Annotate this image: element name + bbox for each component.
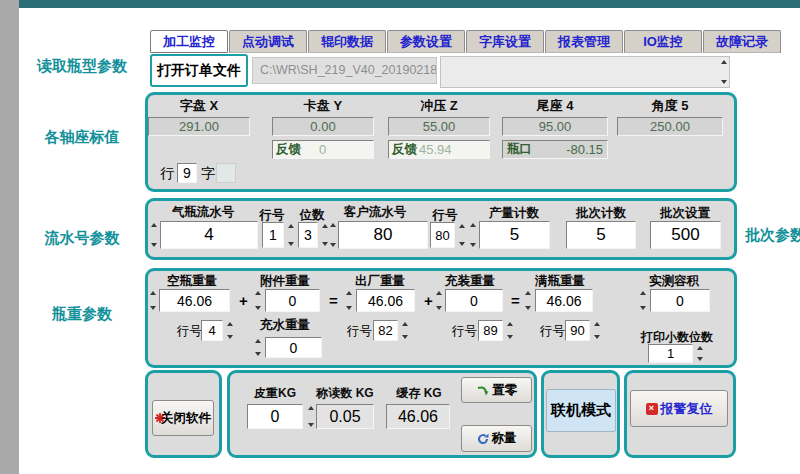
customer-serial-field[interactable]: 80	[338, 221, 428, 249]
output-count-label: 产量计数	[482, 205, 546, 222]
full-row-field[interactable]: 90	[565, 320, 590, 341]
print-decimals-field[interactable]: 1	[648, 344, 693, 363]
tab-jog-debug[interactable]: 点动调试	[229, 30, 307, 53]
bottle-mouth-readout: 瓶口 -80.15	[502, 140, 608, 159]
label-batch-params: 批次参数	[745, 226, 800, 245]
full-weight-label: 满瓶重量	[518, 273, 602, 290]
attachment-weight-label: 附件重量	[243, 273, 327, 290]
axis-y-feedback: 反馈 0	[272, 140, 374, 159]
batch-count-field[interactable]: 5	[566, 221, 636, 249]
measured-volume-field[interactable]: 0	[650, 289, 710, 312]
tab-bar: 加工监控 点动调试 辊印数据 参数设置 字库设置 报表管理 IO监控 故障记录	[150, 30, 781, 53]
output-count-field[interactable]: 5	[479, 221, 550, 249]
label-read-bottle-params: 读取瓶型参数	[20, 57, 144, 76]
attachment-weight-field[interactable]: 0	[265, 289, 320, 312]
scale-reading-field: 0.05	[316, 404, 374, 429]
textarea-scroll-down-icon[interactable]	[719, 78, 728, 86]
row2-field[interactable]: 80	[430, 222, 455, 248]
water-weight-field[interactable]: 0	[265, 337, 322, 358]
row1-spinner[interactable]	[286, 222, 295, 248]
tab-io-monitor[interactable]: IO监控	[624, 30, 702, 53]
fill-weight-spinner[interactable]	[434, 289, 443, 312]
axis-y-value: 0.00	[272, 117, 374, 136]
empty-weight-field[interactable]: 46.06	[159, 289, 230, 312]
output-count-spinner[interactable]	[468, 221, 477, 249]
measured-volume-spinner[interactable]	[638, 289, 647, 312]
full-row-spinner[interactable]	[592, 320, 601, 341]
tare-spinner[interactable]	[306, 404, 315, 429]
batch-set-field[interactable]: 500	[650, 221, 721, 249]
factory-row-spinner[interactable]	[400, 320, 409, 341]
axis-tailstock-header: 尾座 4	[502, 97, 608, 115]
full-weight-field[interactable]: 46.06	[535, 289, 593, 312]
full-row-label: 行号	[540, 323, 565, 340]
top-teal-bar	[19, 0, 800, 8]
empty-weight-spinner[interactable]	[148, 289, 157, 312]
full-weight-spinner[interactable]	[523, 289, 532, 312]
order-file-path: C:\WR\SH_219_V40_20190218	[252, 57, 437, 84]
bottle-mouth-value: -80.15	[566, 142, 603, 157]
cache-label: 缓存 KG	[388, 385, 450, 402]
row1-field[interactable]: 1	[262, 222, 284, 248]
feedback-label: 反馈	[276, 141, 301, 158]
digits-field[interactable]: 3	[298, 222, 318, 248]
weigh-label: 称量	[492, 430, 517, 447]
tab-report-management[interactable]: 报表管理	[545, 30, 623, 53]
row-label: 行	[160, 165, 174, 183]
factory-row-field[interactable]: 82	[373, 320, 398, 341]
zero-label: 置零	[492, 382, 517, 399]
factory-row-label: 行号	[347, 323, 372, 340]
app-window: 读取瓶型参数 各轴座标值 流水号参数 瓶重参数 批次参数 加工监控 点动调试 辊…	[0, 0, 800, 474]
plus-sign: +	[239, 292, 248, 309]
close-software-label: 关闭软件	[161, 410, 211, 427]
fill-weight-field[interactable]: 0	[445, 289, 503, 312]
tab-font-settings[interactable]: 字库设置	[466, 30, 544, 53]
alarm-reset-button[interactable]: × 报警复位	[630, 390, 728, 427]
measured-volume-label: 实测容积	[632, 273, 716, 290]
fill-weight-label: 充装重量	[428, 273, 512, 290]
feedback-label: 反馈	[392, 141, 417, 158]
zero-arrow-icon	[476, 385, 489, 396]
tab-fault-records[interactable]: 故障记录	[703, 30, 781, 53]
empty-weight-label: 空瓶重量	[150, 273, 234, 290]
customer-serial-spinner[interactable]	[328, 221, 337, 249]
empty-row-spinner[interactable]	[225, 320, 234, 341]
equals-sign: =	[329, 292, 338, 309]
attachment-weight-spinner[interactable]	[253, 289, 262, 312]
fill-row-field[interactable]: 89	[478, 320, 503, 341]
bottle-serial-label: 气瓶流水号	[158, 204, 248, 221]
zero-button[interactable]: 置零	[461, 377, 532, 403]
axis-y-header: 卡盘 Y	[272, 97, 374, 115]
char-field[interactable]	[216, 163, 236, 183]
close-software-button[interactable]: 关闭软件	[152, 400, 214, 436]
fill-row-spinner[interactable]	[505, 320, 514, 341]
alarm-x-icon: ×	[646, 403, 658, 415]
bottle-serial-spinner[interactable]	[149, 221, 158, 249]
open-order-file-button[interactable]: 打开订单文件	[150, 54, 248, 87]
axis-x-value: 291.00	[148, 117, 250, 136]
axis-tailstock-value: 95.00	[502, 117, 608, 136]
axis-z-feedback: 反馈 45.94	[388, 140, 490, 159]
print-decimals-spinner[interactable]	[695, 344, 704, 363]
tab-roll-print-data[interactable]: 辊印数据	[308, 30, 386, 53]
row2-spinner[interactable]	[457, 222, 466, 248]
textarea-scroll-up-icon[interactable]	[719, 58, 728, 66]
bottle-mouth-label: 瓶口	[507, 141, 532, 158]
empty-row-field[interactable]: 4	[201, 320, 223, 341]
axis-angle-header: 角度 5	[617, 97, 723, 115]
weigh-button[interactable]: 称量	[461, 425, 532, 452]
label-weight-params: 瓶重参数	[20, 305, 144, 324]
weigh-refresh-icon	[477, 433, 489, 445]
order-info-textarea[interactable]	[440, 56, 730, 88]
tab-process-monitor[interactable]: 加工监控	[150, 30, 228, 53]
row-number-field[interactable]: 9	[177, 163, 197, 183]
water-weight-spinner[interactable]	[253, 337, 262, 358]
tare-field[interactable]: 0	[247, 404, 303, 429]
bottle-serial-field[interactable]: 4	[160, 221, 258, 249]
factory-weight-field[interactable]: 46.06	[356, 289, 415, 312]
online-mode-button[interactable]: 联机模式	[546, 389, 616, 432]
tab-parameter-settings[interactable]: 参数设置	[387, 30, 465, 53]
axis-z-value: 55.00	[388, 117, 490, 136]
factory-weight-spinner[interactable]	[344, 289, 353, 312]
axis-x-header: 字盘 X	[148, 97, 250, 115]
